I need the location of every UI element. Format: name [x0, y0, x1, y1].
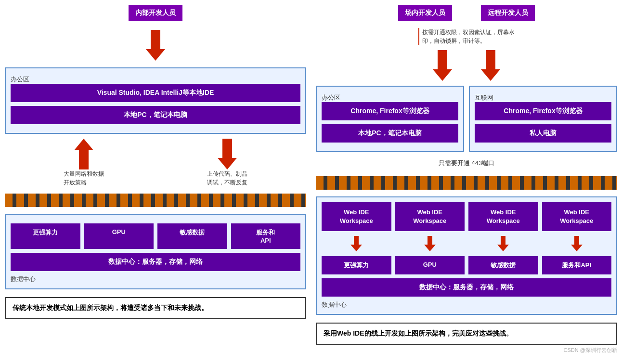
small-arrow-3: [571, 236, 583, 251]
right-resource-grid: 更强算力 GPU 敏感数据 服务和API: [322, 256, 611, 274]
right-port-note: 只需要开通 443端口: [316, 159, 617, 168]
right-office-title: 办公区: [322, 93, 458, 102]
watermark: CSDN @深圳行云创新: [5, 347, 617, 354]
webide-workspace-3: Web IDEWorkspace: [542, 202, 612, 231]
right-annotation: 按需开通权限，双因素认证，屏幕水 印，自动锁屏，审计等。: [418, 28, 515, 45]
arrow-head: [433, 69, 452, 81]
webide-workspace-2: Web IDEWorkspace: [468, 202, 538, 231]
right-four-arrows: [322, 235, 611, 252]
arrow-head: [497, 245, 509, 251]
small-arrow-1: [424, 236, 436, 251]
arrow-head: [218, 158, 237, 169]
main-container: 内部开发人员 办公区 Visual Studio, IDEA IntelliJ等…: [5, 5, 617, 345]
small-arrow-0: [350, 236, 362, 251]
right-top-labels: 场内开发人员 远程开发人员: [316, 5, 617, 21]
left-striped-bar: [5, 194, 306, 207]
right-resource-1: GPU: [395, 256, 465, 274]
right-down-arrow-right: [481, 50, 500, 81]
left-datacenter-title: 数据中心: [11, 275, 300, 284]
left-down-arrow-1: [146, 30, 165, 61]
webide-workspace-0: Web IDEWorkspace: [322, 202, 391, 231]
right-arrows-top: [316, 50, 617, 81]
right-internet-title: 互联网: [475, 93, 611, 102]
arrow-shaft: [222, 139, 232, 158]
right-internet-box: 互联网 Chrome, Firefox等浏览器 私人电脑: [469, 86, 617, 152]
left-down-arrow-2: [218, 139, 237, 169]
left-office-title: 办公区: [11, 75, 300, 84]
arrow-head: [481, 69, 500, 81]
left-ide-label: Visual Studio, IDEA IntelliJ等本地IDE: [11, 84, 300, 102]
left-resource-grid: 更强算力 GPU 敏感数据 服务和 API: [11, 223, 300, 249]
left-resource-3: 服务和 API: [231, 223, 301, 249]
right-down-arrow-left: [433, 50, 452, 81]
arrow-head: [571, 245, 583, 251]
left-office-box: 办公区 Visual Studio, IDEA IntelliJ等本地IDE 本…: [5, 67, 306, 134]
arrow-head: [74, 139, 93, 150]
arrow-shaft: [354, 236, 359, 245]
right-datacenter-title: 数据中心: [322, 300, 611, 309]
left-resource-2: 敏感数据: [157, 223, 227, 249]
left-resource-1: GPU: [84, 223, 154, 249]
arrow-shaft: [428, 236, 432, 245]
arrow-shaft: [574, 236, 579, 245]
right-browser2: Chrome, Firefox等浏览器: [475, 102, 611, 120]
arrow-head: [146, 49, 165, 61]
left-storage-label: 数据中心：服务器，存储，网络: [11, 253, 300, 271]
arrow-shaft: [151, 30, 160, 49]
right-striped-bar: [316, 176, 617, 190]
left-top-label-area: 内部开发人员: [5, 5, 306, 21]
left-annotation-area: 大量网络和数据 开放策略 上传代码、制品 调试，不断反复: [5, 139, 306, 187]
right-onsite-dev-label: 场内开发人员: [398, 5, 452, 21]
small-arrow-2: [497, 236, 509, 251]
arrow-shaft: [501, 236, 505, 245]
right-office-box: 办公区 Chrome, Firefox等浏览器 本地PC，笔记本电脑: [316, 86, 464, 152]
right-panel: 场内开发人员 远程开发人员 按需开通权限，双因素认证，屏幕水 印，自动锁屏，审计…: [316, 5, 617, 345]
left-annotation-left: 大量网络和数据 开放策略: [64, 139, 104, 187]
right-webide-grid: Web IDEWorkspace Web IDEWorkspace Web ID…: [322, 202, 611, 231]
arrow-head: [424, 245, 436, 251]
left-annotation-text-left: 大量网络和数据 开放策略: [64, 169, 104, 187]
left-resource-0: 更强算力: [11, 223, 80, 249]
right-remote-dev-label: 远程开发人员: [481, 5, 535, 21]
right-datacenter-box: Web IDEWorkspace Web IDEWorkspace Web ID…: [316, 196, 617, 315]
right-annotation-wrap: 按需开通权限，双因素认证，屏幕水 印，自动锁屏，审计等。: [316, 28, 617, 45]
webide-workspace-1: Web IDEWorkspace: [395, 202, 465, 231]
right-resource-3: 服务和API: [542, 256, 612, 274]
left-pc-label: 本地PC，笔记本电脑: [11, 106, 300, 124]
left-annotation-right: 上传代码、制品 调试，不断反复: [207, 139, 247, 187]
arrow-head: [350, 245, 362, 251]
right-caption: 采用Web IDE的线上开发如上图所示架构，完美应对这些挑战。: [316, 323, 617, 345]
arrow-shaft: [486, 50, 495, 69]
right-top-offices: 办公区 Chrome, Firefox等浏览器 本地PC，笔记本电脑 互联网 C…: [316, 86, 617, 152]
left-panel: 内部开发人员 办公区 Visual Studio, IDEA IntelliJ等…: [5, 5, 306, 345]
right-private-pc-label: 私人电脑: [475, 124, 611, 143]
left-internal-dev-label: 内部开发人员: [129, 5, 182, 21]
right-browser1: Chrome, Firefox等浏览器: [322, 102, 458, 120]
right-resource-2: 敏感数据: [468, 256, 538, 274]
right-pc-label: 本地PC，笔记本电脑: [322, 124, 458, 143]
left-caption: 传统本地开发模式如上图所示架构，将遭受诸多当下和未来挑战。: [5, 297, 306, 319]
left-arrow-1: [5, 30, 306, 61]
left-datacenter-box: 更强算力 GPU 敏感数据 服务和 API 数据中心：服务器，存储，网络 数据中…: [5, 214, 306, 289]
arrow-shaft: [79, 150, 89, 169]
left-up-arrow: [74, 139, 93, 169]
left-annotation-text-right: 上传代码、制品 调试，不断反复: [207, 169, 247, 187]
arrow-shaft: [438, 50, 447, 69]
right-storage-label: 数据中心：服务器，存储，网络: [322, 278, 611, 297]
right-resource-0: 更强算力: [322, 256, 391, 274]
